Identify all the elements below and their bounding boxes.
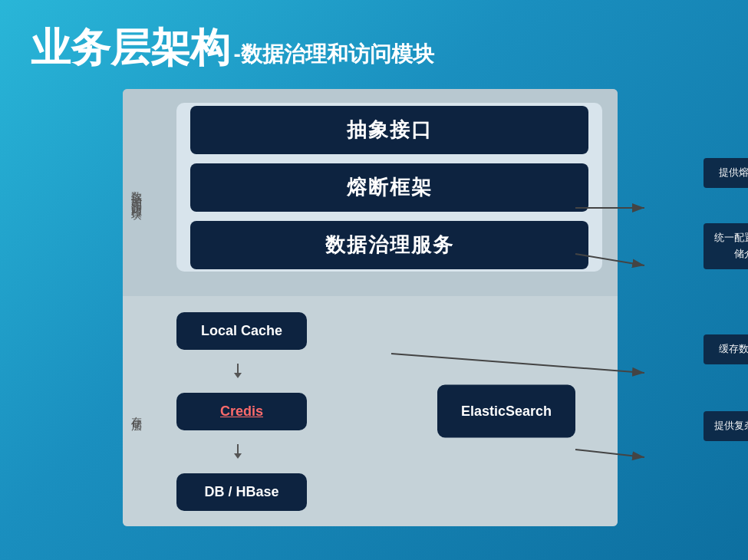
svg-marker-3 (234, 453, 242, 459)
connector-2 (230, 444, 245, 460)
diagram-wrapper: 数据治理和访问模块 抽象接口 熔断框架 数据治理服务 存储层 Local Cac… (61, 89, 679, 526)
sub-title: -数据治理和访问模块 (233, 42, 433, 66)
storage-items: Local Cache Credis DB / HBase (176, 312, 307, 511)
callout-3: 缓存数据自动增量刷新 (704, 334, 748, 364)
connector-1 (230, 364, 245, 379)
main-title: 业务层架构 (31, 25, 230, 70)
inner-box: 抽象接口 熔断框架 数据治理服务 (176, 103, 602, 272)
callout-4: 提供复杂查询和排序功能 (704, 411, 748, 441)
local-cache-node: Local Cache (176, 312, 307, 350)
callout-1: 提供熔断，穿透，容灾 (704, 158, 748, 188)
bar-governance: 数据治理服务 (190, 221, 588, 269)
credis-node: Credis (176, 393, 307, 430)
bottom-section-label: 存储层 (129, 408, 144, 415)
svg-marker-1 (234, 373, 242, 378)
top-section: 数据治理和访问模块 抽象接口 熔断框架 数据治理服务 (123, 89, 618, 296)
bottom-section: 存储层 Local Cache Credis (123, 296, 618, 526)
callout-2: 统一配置，查询接口对存储介质完全透明 (704, 223, 748, 269)
main-diagram: 数据治理和访问模块 抽象接口 熔断框架 数据治理服务 存储层 Local Cac… (123, 89, 618, 526)
title-area: 业务层架构 -数据治理和访问模块 (0, 0, 748, 89)
top-section-label: 数据治理和访问模块 (129, 183, 144, 203)
db-hbase-node: DB / HBase (176, 473, 307, 511)
bar-circuit: 熔断框架 (190, 163, 588, 212)
bar-abstract: 抽象接口 (190, 106, 588, 154)
elasticsearch-node: ElasticSearch (437, 385, 575, 438)
